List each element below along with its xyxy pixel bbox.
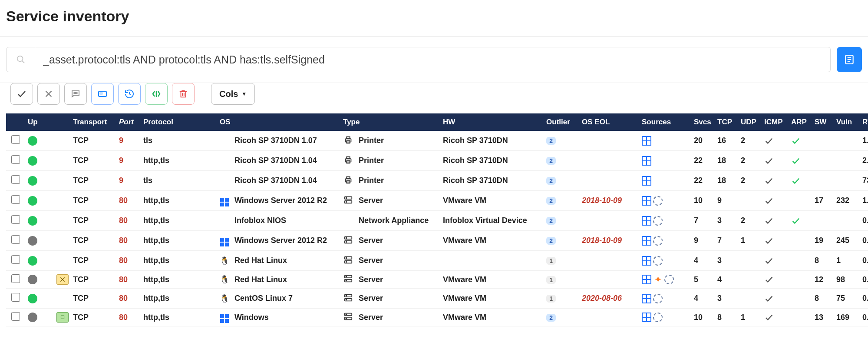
row-checkbox[interactable] (11, 255, 20, 264)
cell-icmp (762, 309, 789, 326)
cell-sw: 17 (812, 191, 834, 211)
cell-oseol (579, 211, 639, 231)
cell-protocol: http,tls (141, 309, 217, 326)
svg-point-32 (346, 241, 347, 242)
table-row[interactable]: TCP80http,tlsWindows Server 2012 R2Serve… (6, 231, 868, 251)
svg-rect-12 (100, 93, 102, 94)
cell-hw: VMware VM (440, 271, 544, 289)
table-row[interactable]: TCP80http,tlsWindowsServerVMware VM21081… (6, 309, 868, 326)
cell-protocol: http,tls (141, 231, 217, 251)
table-row[interactable]: TCP9tlsRicoh SP 3710DN 1.07PrinterRicoh … (6, 131, 868, 151)
col-hw[interactable]: HW (440, 113, 544, 131)
inventory-table: Up Transport Port Protocol OS Type HW Ou… (6, 113, 868, 326)
search-input[interactable] (35, 53, 830, 66)
col-protocol[interactable]: Protocol (141, 113, 217, 131)
history-button[interactable] (118, 83, 141, 105)
cell-transport: TCP (70, 151, 116, 171)
col-vuln[interactable]: Vuln (834, 113, 860, 131)
col-os[interactable]: OS (217, 113, 340, 131)
table-row[interactable]: TCP80http,tls🐧Red Hat LinuxServer143810.… (6, 251, 868, 271)
check-icon (764, 236, 786, 246)
cell-hw: VMware VM (440, 289, 544, 309)
delete-button[interactable] (172, 83, 195, 105)
cell-oseol (579, 251, 639, 271)
printer-icon (343, 155, 353, 165)
col-port[interactable]: Port (116, 113, 141, 131)
cell-icmp (762, 211, 789, 231)
cell-icmp (762, 231, 789, 251)
cell-os: Red Hat Linux (232, 271, 340, 289)
cell-port: 80 (116, 191, 141, 211)
printer-icon (343, 175, 353, 185)
cell-sources (639, 251, 691, 271)
col-icmp[interactable]: ICMP (762, 113, 789, 131)
row-checkbox[interactable] (11, 155, 20, 164)
cell-sw (812, 211, 834, 231)
cell-rtt: 0.70 (860, 271, 868, 289)
source-grid-icon (642, 313, 651, 322)
source-ring-icon (653, 294, 663, 303)
svg-rect-23 (347, 176, 350, 179)
cell-arp (789, 251, 812, 271)
table-row[interactable]: TCP80http,tlsInfoblox NIOSNetwork Applia… (6, 211, 868, 231)
col-oseol[interactable]: OS EOL (579, 113, 639, 131)
cell-tcp: 8 (715, 309, 738, 326)
col-type[interactable]: Type (340, 113, 440, 131)
query-library-button[interactable] (837, 47, 862, 72)
col-sources[interactable]: Sources (639, 113, 691, 131)
cell-oseol: 2020-08-06 (579, 289, 639, 309)
merge-button[interactable] (145, 83, 168, 105)
cell-protocol: http,tls (141, 251, 217, 271)
col-sw[interactable]: SW (812, 113, 834, 131)
svg-point-9 (75, 93, 76, 93)
row-checkbox[interactable] (11, 293, 20, 302)
outlier-badge: 1 (546, 276, 556, 284)
status-dot (28, 313, 37, 322)
columns-dropdown[interactable]: Cols ▼ (211, 83, 255, 105)
table-row[interactable]: TCP80http,tls🐧Red Hat LinuxServerVMware … (6, 271, 868, 289)
search-icon (7, 47, 35, 72)
col-arp[interactable]: ARP (789, 113, 812, 131)
cell-rtt: 0.61 (860, 289, 868, 309)
svg-point-46 (346, 299, 347, 300)
svg-point-0 (17, 56, 23, 62)
check-icon (764, 156, 786, 166)
row-checkbox[interactable] (11, 135, 20, 144)
cell-protocol: http,tls (141, 191, 217, 211)
table-row[interactable]: TCP9http,tlsRicoh SP 3710DN 1.04PrinterR… (6, 151, 868, 171)
cell-tcp: 9 (715, 191, 738, 211)
cell-hw: Ricoh SP 3710DN (440, 171, 544, 191)
row-checkbox[interactable] (11, 175, 20, 184)
col-outlier[interactable]: Outlier (544, 113, 579, 131)
svg-rect-47 (61, 316, 64, 319)
cell-hw: Ricoh SP 3710DN (440, 151, 544, 171)
col-transport[interactable]: Transport (70, 113, 116, 131)
cell-hw: Infoblox Virtual Device (440, 211, 544, 231)
col-svcs[interactable]: Svcs (691, 113, 715, 131)
cell-transport: TCP (70, 251, 116, 271)
row-checkbox[interactable] (11, 195, 20, 204)
row-checkbox[interactable] (11, 235, 20, 244)
row-checkbox[interactable] (11, 312, 20, 321)
cell-sources (639, 151, 691, 171)
table-row[interactable]: TCP80http,tls🐧CentOS Linux 7ServerVMware… (6, 289, 868, 309)
screenshot-button[interactable] (91, 83, 114, 105)
table-row[interactable]: TCP9tlsRicoh SP 3710DN 1.04PrinterRicoh … (6, 171, 868, 191)
status-dot (28, 196, 37, 206)
comment-button[interactable] (64, 83, 87, 105)
cell-oseol (579, 309, 639, 326)
search-container (6, 47, 831, 72)
col-udp[interactable]: UDP (738, 113, 762, 131)
confirm-button[interactable] (10, 83, 33, 105)
svg-point-35 (346, 257, 347, 258)
col-tcp[interactable]: TCP (715, 113, 738, 131)
check-icon (764, 313, 786, 322)
svg-rect-17 (347, 136, 350, 139)
col-up[interactable]: Up (25, 113, 70, 131)
table-row[interactable]: TCP80http,tlsWindows Server 2012 R2Serve… (6, 191, 868, 211)
row-checkbox[interactable] (11, 215, 20, 224)
row-checkbox[interactable] (11, 274, 20, 283)
cancel-button[interactable] (37, 83, 60, 105)
col-rtt[interactable]: RTT/MS (860, 113, 868, 131)
status-dot (28, 176, 37, 186)
